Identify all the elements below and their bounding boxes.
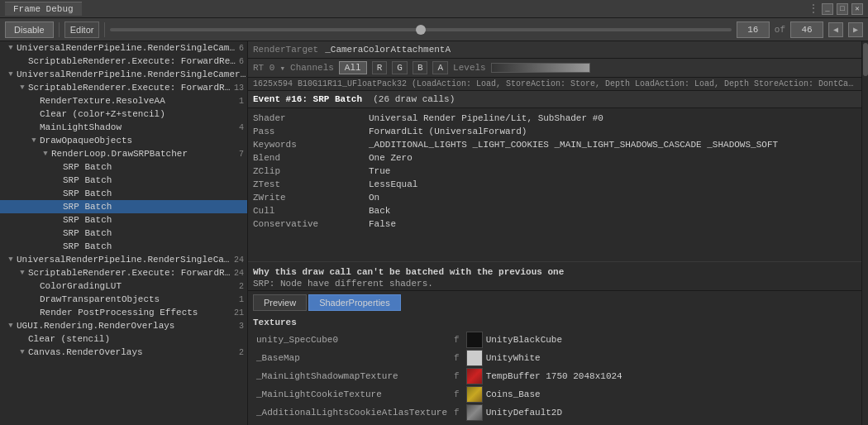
prop-key: Blend xyxy=(253,153,369,163)
frame-number-box[interactable]: 16 xyxy=(737,21,770,38)
right-scrollbar[interactable] xyxy=(861,41,868,425)
scrollbar-thumb[interactable] xyxy=(863,43,868,76)
close-button[interactable]: ✕ xyxy=(851,3,863,15)
tree-item-label: ScriptableRenderer.Execute: ForwardRende… xyxy=(28,56,237,66)
frame-slider-thumb[interactable] xyxy=(416,25,426,35)
prop-value: Back xyxy=(369,206,856,216)
tree-arrow-icon: ▼ xyxy=(18,84,26,92)
prop-row: ZWriteOn xyxy=(248,191,861,204)
channels-label: Channels xyxy=(290,63,334,73)
prop-row: ZClipTrue xyxy=(248,165,861,178)
prop-value: True xyxy=(369,166,856,176)
tree-item[interactable]: ▼UGUI.Rendering.RenderOverlays3 xyxy=(0,319,247,332)
tree-item[interactable]: SRP Batch xyxy=(0,174,247,187)
tree-item-label: UGUI.Rendering.RenderOverlays xyxy=(17,321,237,331)
prop-value: _ADDITIONAL_LIGHTS _LIGHT_COOKIES _MAIN_… xyxy=(369,140,856,150)
rt-dropdown-arrow[interactable]: ▾ xyxy=(279,63,285,74)
texture-icon xyxy=(466,368,483,384)
prop-value: LessEqual xyxy=(369,179,856,189)
texture-flag: f xyxy=(451,385,463,404)
texture-table: unity_SpecCube0fUnityBlackCube_BaseMapfU… xyxy=(253,331,856,422)
tree-item[interactable]: ▼UniversalRenderPipeline.RenderSingleCam… xyxy=(0,41,247,55)
texture-name: _BaseMap xyxy=(253,349,451,367)
prop-value: On xyxy=(369,193,856,203)
tree-item-count: 2 xyxy=(239,282,247,291)
prop-value: False xyxy=(369,219,856,229)
channel-all-btn[interactable]: All xyxy=(339,61,367,74)
tree-item[interactable]: MainLightShadow4 xyxy=(0,121,247,134)
prop-key: ZWrite xyxy=(253,193,369,203)
tree-item[interactable]: RenderTexture.ResolveAA1 xyxy=(0,94,247,107)
disable-button[interactable]: Disable xyxy=(5,21,54,38)
texture-value: TempBuffer 1750 2048x1024 xyxy=(463,367,856,385)
prop-key: Keywords xyxy=(253,140,369,150)
tree-item[interactable]: ▼RenderLoop.DrawSRPBatcher7 xyxy=(0,147,247,160)
tree-arrow-icon: ▼ xyxy=(30,136,38,145)
tree-item[interactable]: SRP Batch xyxy=(0,227,247,240)
textures-section: Textures unity_SpecCube0fUnityBlackCube_… xyxy=(248,314,861,425)
tree-item-count: 13 xyxy=(234,84,247,93)
tree-item[interactable]: ScriptableRenderer.Execute: ForwardRende… xyxy=(0,55,247,68)
prop-key: ZTest xyxy=(253,179,369,189)
texture-row: _BaseMapfUnityWhite xyxy=(253,349,856,367)
render-target-label: RenderTarget xyxy=(253,45,318,55)
tree-item-count: 1 xyxy=(239,97,247,106)
tree-item[interactable]: ▼DrawOpaqueObjects xyxy=(0,134,247,147)
tree-arrow-icon: ▼ xyxy=(18,269,26,277)
tree-item[interactable]: ▼Canvas.RenderOverlays2 xyxy=(0,346,247,359)
tree-item-count: 2 xyxy=(239,348,247,357)
channel-r-btn[interactable]: R xyxy=(372,61,388,74)
tab-buttons: PreviewShaderProperties xyxy=(248,290,861,314)
tree-item[interactable]: Clear (color+Z+stencil) xyxy=(0,107,247,121)
channel-b-btn[interactable]: B xyxy=(413,61,428,74)
tree-item-label: Clear (stencil) xyxy=(28,334,247,344)
tree-item-count: 3 xyxy=(239,322,247,331)
tree-item[interactable]: SRP Batch xyxy=(0,240,247,253)
batch-notice-text: SRP: Node have different shaders. xyxy=(253,279,856,289)
batch-notice: Why this draw call can't be batched with… xyxy=(248,261,861,290)
tree-item-count: 1 xyxy=(239,295,247,304)
tree-item-count: 6 xyxy=(239,44,247,53)
tree-item-label: SRP Batch xyxy=(63,215,247,225)
right-scroll-wrapper: Event #16: SRP Batch (26 draw calls) Sha… xyxy=(248,91,861,425)
tree-item-label: RenderLoop.DrawSRPBatcher xyxy=(51,149,237,159)
tree-item[interactable]: SRP Batch xyxy=(0,160,247,174)
editor-dropdown[interactable]: Editor xyxy=(64,21,100,38)
render-target-bar: RenderTarget _CameraColorAttachmentA xyxy=(248,41,861,59)
channels-bar: RT 0 ▾ Channels All R G B A Levels xyxy=(248,59,861,78)
tree-item[interactable]: ▼ScriptableRenderer.Execute: ForwardRend… xyxy=(0,266,247,279)
tree-item[interactable]: SRP Batch xyxy=(0,200,247,213)
channel-g-btn[interactable]: G xyxy=(392,61,408,74)
tree-item[interactable]: Clear (stencil) xyxy=(0,332,247,346)
tree-item-label: SRP Batch xyxy=(63,162,247,172)
texture-icon xyxy=(466,350,483,366)
tree-item[interactable]: ▼ScriptableRenderer.Execute: ForwardRend… xyxy=(0,81,247,94)
tree-item[interactable]: ColorGradingLUT2 xyxy=(0,279,247,293)
tab-button-preview[interactable]: Preview xyxy=(253,294,307,311)
tree-item-label: SRP Batch xyxy=(63,175,247,185)
batch-notice-title: Why this draw call can't be batched with… xyxy=(253,267,856,277)
prev-frame-button[interactable]: ◀ xyxy=(828,22,843,37)
tree-item-label: ScriptableRenderer.Execute: ForwardRende… xyxy=(28,83,232,93)
event-header: Event #16: SRP Batch (26 draw calls) xyxy=(248,91,861,108)
minimize-button[interactable]: _ xyxy=(822,3,833,15)
tree-item[interactable]: ▼UniversalRenderPipeline.RenderSingleCam… xyxy=(0,253,247,266)
tree-item[interactable]: ▼UniversalRenderPipeline.RenderSingleCam… xyxy=(0,68,247,81)
prop-row: Keywords_ADDITIONAL_LIGHTS _LIGHT_COOKIE… xyxy=(248,138,861,151)
title-tab[interactable]: Frame Debug xyxy=(5,2,82,16)
prop-value: ForwardLit (UniversalForward) xyxy=(369,127,856,136)
tree-item-label: Canvas.RenderOverlays xyxy=(28,347,237,357)
texture-name: _MainLightCookieTexture xyxy=(253,385,451,404)
tree-item[interactable]: DrawTransparentObjects1 xyxy=(0,293,247,306)
tree-item[interactable]: Render PostProcessing Effects21 xyxy=(0,306,247,319)
tree-item-count: 21 xyxy=(234,308,247,318)
tree-item[interactable]: SRP Batch xyxy=(0,187,247,200)
frame-slider-track[interactable] xyxy=(110,28,731,31)
channel-a-btn[interactable]: A xyxy=(432,61,448,74)
tree-item-label: SRP Batch xyxy=(63,241,247,251)
maximize-button[interactable]: □ xyxy=(837,3,848,15)
tab-button-shaderproperties[interactable]: ShaderProperties xyxy=(308,294,401,311)
prop-key: ZClip xyxy=(253,166,369,176)
next-frame-button[interactable]: ▶ xyxy=(848,22,863,37)
tree-item[interactable]: SRP Batch xyxy=(0,213,247,227)
